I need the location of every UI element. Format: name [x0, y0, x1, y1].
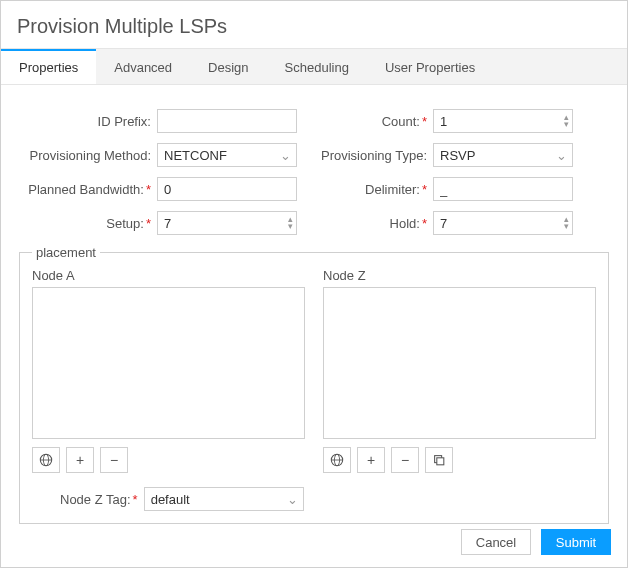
- node-z-tag-select[interactable]: [144, 487, 304, 511]
- planned-bandwidth-input[interactable]: [157, 177, 297, 201]
- properties-panel: ID Prefix: Count:* ▴▾ Provisioning Metho…: [1, 85, 627, 536]
- placement-legend: placement: [32, 245, 100, 260]
- minus-icon: −: [401, 452, 409, 468]
- delimiter-input[interactable]: [433, 177, 573, 201]
- node-z-column: Node Z + −: [323, 268, 596, 473]
- placement-fieldset: placement Node A + − Node Z: [19, 245, 609, 524]
- node-z-remove-button[interactable]: −: [391, 447, 419, 473]
- node-a-remove-button[interactable]: −: [100, 447, 128, 473]
- hold-label: Hold:*: [311, 216, 433, 231]
- node-z-label: Node Z: [323, 268, 596, 283]
- provisioning-type-label: Provisioning Type:: [311, 148, 433, 163]
- node-z-add-button[interactable]: +: [357, 447, 385, 473]
- node-z-listbox[interactable]: [323, 287, 596, 439]
- node-a-globe-button[interactable]: [32, 447, 60, 473]
- tab-advanced[interactable]: Advanced: [96, 49, 190, 84]
- dialog-title: Provision Multiple LSPs: [1, 1, 627, 48]
- submit-button[interactable]: Submit: [541, 529, 611, 555]
- provisioning-method-label: Provisioning Method:: [17, 148, 157, 163]
- tab-bar: Properties Advanced Design Scheduling Us…: [1, 48, 627, 85]
- hold-input[interactable]: [433, 211, 573, 235]
- count-label: Count:*: [311, 114, 433, 129]
- node-z-copy-button[interactable]: [425, 447, 453, 473]
- node-a-add-button[interactable]: +: [66, 447, 94, 473]
- node-a-column: Node A + −: [32, 268, 305, 473]
- tab-properties[interactable]: Properties: [1, 49, 96, 84]
- provisioning-type-select[interactable]: [433, 143, 573, 167]
- dialog-footer: Cancel Submit: [461, 529, 611, 555]
- globe-icon: [330, 453, 344, 467]
- copy-icon: [432, 453, 446, 467]
- setup-input[interactable]: [157, 211, 297, 235]
- svg-rect-7: [437, 458, 444, 465]
- node-z-tag-label: Node Z Tag:*: [60, 492, 138, 507]
- provision-lsps-dialog: Provision Multiple LSPs Properties Advan…: [0, 0, 628, 568]
- setup-label: Setup:*: [17, 216, 157, 231]
- globe-icon: [39, 453, 53, 467]
- node-a-listbox[interactable]: [32, 287, 305, 439]
- tab-design[interactable]: Design: [190, 49, 266, 84]
- id-prefix-label: ID Prefix:: [17, 114, 157, 129]
- id-prefix-input[interactable]: [157, 109, 297, 133]
- tab-user-properties[interactable]: User Properties: [367, 49, 493, 84]
- count-input[interactable]: [433, 109, 573, 133]
- plus-icon: +: [76, 452, 84, 468]
- minus-icon: −: [110, 452, 118, 468]
- node-z-globe-button[interactable]: [323, 447, 351, 473]
- plus-icon: +: [367, 452, 375, 468]
- delimiter-label: Delimiter:*: [311, 182, 433, 197]
- cancel-button[interactable]: Cancel: [461, 529, 531, 555]
- planned-bandwidth-label: Planned Bandwidth:*: [17, 182, 157, 197]
- provisioning-method-select[interactable]: [157, 143, 297, 167]
- tab-scheduling[interactable]: Scheduling: [267, 49, 367, 84]
- node-a-label: Node A: [32, 268, 305, 283]
